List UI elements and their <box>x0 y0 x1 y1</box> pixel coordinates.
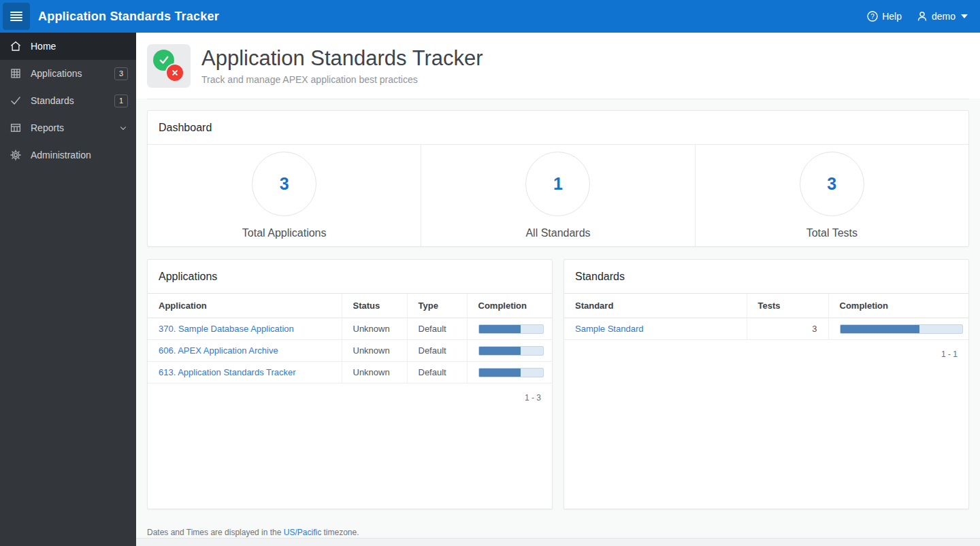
chevron-down-icon <box>961 14 968 18</box>
svg-text:?: ? <box>870 13 875 20</box>
applications-pagination: 1 - 3 <box>148 383 552 412</box>
table-row: Sample Standard 3 <box>564 318 968 340</box>
timezone-note: Dates and Times are displayed in the US/… <box>147 528 969 537</box>
metric-label: All Standards <box>525 227 590 239</box>
completion-progress-bar <box>478 346 544 356</box>
check-icon <box>10 95 22 107</box>
sidebar-item-standards[interactable]: Standards 1 <box>0 87 136 114</box>
metric-label: Total Tests <box>806 227 858 239</box>
sidebar-item-reports[interactable]: Reports <box>0 114 136 141</box>
column-header-completion: Completion <box>467 294 552 318</box>
sidebar-item-label: Reports <box>31 122 64 133</box>
topbar-actions: ? Help demo <box>867 11 980 22</box>
standards-region-title: Standards <box>564 260 968 293</box>
sidebar-item-label: Administration <box>31 150 91 160</box>
column-header-type: Type <box>407 294 467 318</box>
app-title: Application Standards Tracker <box>38 10 219 24</box>
page-footer-strip <box>136 538 980 546</box>
type-cell: Default <box>407 362 467 383</box>
standards-region: Standards Standard Tests Completion Samp… <box>564 259 969 509</box>
tests-cell: 3 <box>747 318 828 340</box>
applications-region-title: Applications <box>148 260 552 293</box>
completion-progress-bar <box>840 324 963 334</box>
page-subtitle: Track and manage APEX application best p… <box>201 74 483 85</box>
application-link[interactable]: 370. Sample Database Application <box>159 324 294 334</box>
x-circle-icon <box>165 63 184 82</box>
hamburger-menu-button[interactable] <box>3 3 30 30</box>
table-header-row: Standard Tests Completion <box>564 294 968 318</box>
column-header-standard: Standard <box>564 294 747 318</box>
user-menu[interactable]: demo <box>917 11 968 22</box>
sidebar-navigation: Home Applications 3 Standards 1 Reports <box>0 33 136 546</box>
metric-value: 3 <box>280 174 289 194</box>
metric-value: 3 <box>827 174 836 194</box>
sidebar-item-home[interactable]: Home <box>0 33 136 60</box>
user-name: demo <box>932 11 956 22</box>
type-cell: Default <box>407 340 467 362</box>
sidebar-item-applications[interactable]: Applications 3 <box>0 60 136 87</box>
metric-total-applications: 3 Total Applications <box>148 145 421 246</box>
app-logo-icon <box>147 44 191 88</box>
sidebar-item-label: Standards <box>31 95 74 106</box>
sidebar-item-label: Applications <box>31 68 82 79</box>
application-link[interactable]: 606. APEX Application Archive <box>159 345 278 356</box>
completion-progress-bar <box>478 368 544 377</box>
table-icon <box>10 122 22 134</box>
table-header-row: Application Status Type Completion <box>148 294 552 318</box>
standards-count-badge: 1 <box>114 95 128 107</box>
column-header-completion: Completion <box>828 294 968 318</box>
applications-table: Application Status Type Completion 370. … <box>148 293 552 383</box>
metric-label: Total Applications <box>242 227 327 239</box>
table-row: 613. Application Standards Tracker Unkno… <box>148 362 552 383</box>
completion-progress-bar <box>478 324 544 334</box>
grid-icon <box>10 67 22 80</box>
gear-icon <box>10 149 22 161</box>
home-icon <box>10 40 22 52</box>
user-icon <box>917 11 928 22</box>
timezone-link[interactable]: US/Pacific <box>284 528 321 537</box>
metric-circle: 3 <box>252 152 316 216</box>
metric-circle: 3 <box>800 152 864 216</box>
sidebar-item-label: Home <box>31 41 56 52</box>
metric-value: 1 <box>553 174 563 194</box>
table-row: 606. APEX Application Archive Unknown De… <box>148 340 552 362</box>
dashboard-metrics: 3 Total Applications 1 All Standards 3 T… <box>148 144 968 246</box>
status-cell: Unknown <box>342 340 407 362</box>
chevron-down-icon <box>118 123 128 133</box>
help-icon: ? <box>867 11 878 22</box>
applications-region: Applications Application Status Type Com… <box>147 259 553 509</box>
status-cell: Unknown <box>342 318 407 340</box>
column-header-status: Status <box>342 294 407 318</box>
metric-total-tests: 3 Total Tests <box>695 145 968 246</box>
dashboard-region: Dashboard 3 Total Applications 1 All Sta… <box>147 110 969 247</box>
column-header-application: Application <box>148 294 342 318</box>
status-cell: Unknown <box>342 362 407 383</box>
standards-table: Standard Tests Completion Sample Standar… <box>564 293 968 340</box>
table-row: 370. Sample Database Application Unknown… <box>148 318 552 340</box>
sidebar-item-administration[interactable]: Administration <box>0 141 136 169</box>
metric-all-standards: 1 All Standards <box>421 145 694 246</box>
column-header-tests: Tests <box>747 294 828 318</box>
main-content: Application Standards Tracker Track and … <box>136 33 980 546</box>
page-header: Application Standards Tracker Track and … <box>136 33 980 99</box>
type-cell: Default <box>407 318 467 340</box>
help-link[interactable]: ? Help <box>867 11 902 22</box>
standard-link[interactable]: Sample Standard <box>575 324 643 334</box>
standards-pagination: 1 - 1 <box>564 340 968 369</box>
application-link[interactable]: 613. Application Standards Tracker <box>159 367 296 377</box>
top-navigation-bar: Application Standards Tracker ? Help dem… <box>0 0 980 33</box>
page-body: Dashboard 3 Total Applications 1 All Sta… <box>136 99 980 546</box>
page-title: Application Standards Tracker <box>201 46 483 71</box>
hamburger-icon <box>10 12 22 13</box>
dashboard-region-title: Dashboard <box>148 111 968 144</box>
metric-circle: 1 <box>525 152 590 216</box>
applications-count-badge: 3 <box>114 67 128 80</box>
